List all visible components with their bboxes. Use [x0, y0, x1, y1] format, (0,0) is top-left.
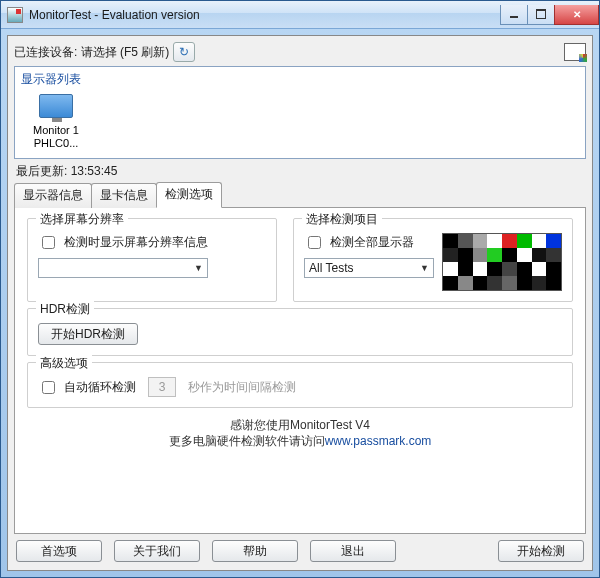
- chevron-down-icon: ▼: [194, 263, 203, 273]
- start-hdr-button[interactable]: 开始HDR检测: [38, 323, 138, 345]
- hdr-legend: HDR检测: [36, 301, 94, 318]
- device-toolbar: 已连接设备: 请选择 (F5 刷新) ↻: [14, 40, 586, 66]
- auto-loop-checkbox[interactable]: 自动循环检测 3 秒作为时间间隔检测: [38, 377, 562, 397]
- about-button[interactable]: 关于我们: [114, 540, 200, 562]
- prefs-button[interactable]: 首选项: [16, 540, 102, 562]
- auto-loop-checkbox-input[interactable]: [42, 381, 55, 394]
- window-controls: [501, 5, 599, 25]
- refresh-button[interactable]: ↻: [173, 42, 195, 62]
- hdr-group: HDR检测 开始HDR检测: [27, 308, 573, 356]
- minimize-button[interactable]: [500, 5, 528, 25]
- show-resolution-checkbox-input[interactable]: [42, 236, 55, 249]
- tests-combo-value: All Tests: [309, 261, 353, 275]
- passmark-link[interactable]: www.passmark.com: [325, 434, 432, 448]
- resolution-group: 选择屏幕分辨率 检测时显示屏幕分辨率信息 ▼: [27, 218, 277, 302]
- exit-button[interactable]: 退出: [310, 540, 396, 562]
- test-pattern-thumbnail: [442, 233, 562, 291]
- monitor-icon: [39, 94, 73, 118]
- show-resolution-checkbox[interactable]: 检测时显示屏幕分辨率信息: [38, 233, 266, 252]
- resolution-combo[interactable]: ▼: [38, 258, 208, 278]
- monitor-color-icon: [564, 43, 586, 61]
- tab-monitor-info[interactable]: 显示器信息: [14, 183, 92, 208]
- refresh-icon: ↻: [179, 45, 189, 59]
- bottom-button-bar: 首选项 关于我们 帮助 退出 开始检测: [14, 534, 586, 564]
- monitor-list-title: 显示器列表: [21, 71, 579, 88]
- footer-credit: 感谢您使用MonitorTest V4 更多电脑硬件检测软件请访问www.pas…: [27, 418, 573, 449]
- close-button[interactable]: [554, 5, 599, 25]
- interval-suffix: 秒作为时间间隔检测: [188, 379, 296, 396]
- monitor-item[interactable]: Monitor 1 PHLC0...: [21, 94, 91, 150]
- resolution-legend: 选择屏幕分辨率: [36, 211, 128, 228]
- client-area: 已连接设备: 请选择 (F5 刷新) ↻ 显示器列表 Monitor 1 PHL…: [7, 35, 593, 571]
- maximize-button[interactable]: [527, 5, 555, 25]
- monitor-item-label: Monitor 1 PHLC0...: [33, 124, 79, 150]
- tab-test-options[interactable]: 检测选项: [156, 182, 222, 208]
- last-update: 最后更新: 13:53:45: [14, 159, 586, 182]
- connected-device-label: 已连接设备: 请选择 (F5 刷新): [14, 44, 169, 61]
- window-title: MonitorTest - Evaluation version: [29, 8, 501, 22]
- advanced-group: 高级选项 自动循环检测 3 秒作为时间间隔检测: [27, 362, 573, 408]
- start-test-button[interactable]: 开始检测: [498, 540, 584, 562]
- app-window: MonitorTest - Evaluation version 已连接设备: …: [0, 0, 600, 578]
- chevron-down-icon: ▼: [420, 263, 429, 273]
- monitor-list-panel: 显示器列表 Monitor 1 PHLC0...: [14, 66, 586, 159]
- help-button[interactable]: 帮助: [212, 540, 298, 562]
- advanced-legend: 高级选项: [36, 355, 92, 372]
- tab-strip: 显示器信息 显卡信息 检测选项: [14, 182, 586, 208]
- titlebar[interactable]: MonitorTest - Evaluation version: [1, 1, 599, 29]
- test-all-monitors-checkbox[interactable]: 检测全部显示器: [304, 233, 434, 252]
- interval-spinner[interactable]: 3: [148, 377, 176, 397]
- tests-combo[interactable]: All Tests ▼: [304, 258, 434, 278]
- tab-body: 选择屏幕分辨率 检测时显示屏幕分辨率信息 ▼ 选择检测项目: [14, 207, 586, 534]
- tab-gpu-info[interactable]: 显卡信息: [91, 183, 157, 208]
- tests-legend: 选择检测项目: [302, 211, 382, 228]
- test-all-monitors-checkbox-input[interactable]: [308, 236, 321, 249]
- tests-group: 选择检测项目 检测全部显示器 All Tests ▼: [293, 218, 573, 302]
- app-icon: [7, 7, 23, 23]
